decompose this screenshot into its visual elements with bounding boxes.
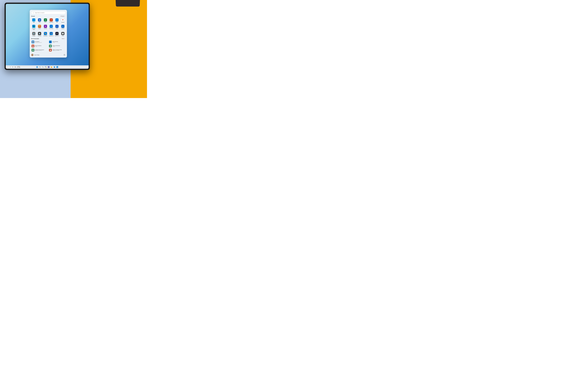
rec-get-started-subtitle: Welcome to Windows (35, 42, 42, 43)
pinned-apps-row3: ⚙️ Settings 🔢 Calculator ✏️ Whiteboard ✂… (31, 32, 65, 37)
svg-rect-17 (37, 66, 38, 67)
rec-expense-time: 12h ago (52, 46, 60, 47)
app-photos[interactable]: 🌄 Photos (37, 24, 42, 31)
date-text: 10/05/21 (17, 66, 20, 67)
system-tray: 10/05/21 11:11 AM (7, 66, 20, 68)
app-todo[interactable]: To Do (54, 24, 60, 31)
store-label: Microsoft Store (31, 28, 36, 30)
all-apps-button[interactable]: All apps › (60, 16, 65, 17)
app-clock[interactable]: 🕐 Clock (60, 32, 65, 37)
phone-label: Your Phone (49, 28, 53, 29)
tablet-device: Pinned All apps › Edge W Word (4, 3, 90, 70)
taskbar-edge-button[interactable] (53, 66, 55, 68)
rec-travel[interactable]: ✈ Travel Itinerary 17h ago (48, 40, 65, 44)
app-settings[interactable]: ⚙️ Settings (31, 32, 36, 37)
app-edge[interactable]: Edge (31, 18, 36, 23)
settings-icon: ⚙️ (32, 32, 35, 35)
rec-brand-time: 2h ago (35, 46, 41, 47)
phone-icon (49, 25, 53, 28)
taskbar-search-button[interactable] (39, 66, 41, 68)
clock-label: Clock (62, 36, 64, 36)
rec-adatum-title: Adatum Company Profile (52, 50, 62, 50)
user-avatar (31, 54, 33, 56)
app-movies[interactable]: 🎬 Movies & TV (54, 32, 60, 37)
rec-payroll-time: Yesterday at 4:24 PM (35, 50, 44, 51)
keyboard (116, 0, 140, 6)
wifi-icon[interactable] (9, 66, 11, 68)
rec-adatum-time: Yesterday at 1:15 PM (52, 50, 62, 51)
tray-arrow[interactable] (7, 66, 9, 68)
start-button[interactable] (36, 66, 38, 68)
svg-rect-26 (46, 67, 46, 67)
rec-travel-time: 17h ago (52, 42, 58, 43)
expense-icon: 📊 (49, 45, 52, 47)
svg-rect-19 (37, 67, 38, 68)
svg-point-12 (32, 54, 33, 55)
rec-payroll-title: Quarterly Payroll Report (35, 50, 44, 50)
more-button[interactable]: More › (61, 38, 65, 40)
snipping-icon: ✂️ (49, 32, 53, 35)
ppt-icon: P (49, 18, 53, 22)
rec-payroll[interactable]: 📊 Quarterly Payroll Report Yesterday at … (31, 48, 48, 52)
pinned-apps-row1: Edge W Word X Excel P PowerPoint (31, 18, 65, 23)
app-whiteboard[interactable]: ✏️ Whiteboard (43, 32, 48, 37)
search-input[interactable] (35, 12, 64, 13)
app-linkedin[interactable]: in LinkedIn (60, 24, 65, 31)
app-snipping[interactable]: ✂️ Snipping Tool (48, 32, 54, 37)
svg-line-21 (40, 67, 40, 68)
app-calculator[interactable]: 🔢 Calculator (37, 32, 42, 37)
power-button[interactable] (63, 54, 65, 56)
search-icon (33, 12, 34, 14)
taskbar-widgets-button[interactable] (45, 66, 47, 68)
rec-travel-title: Travel Itinerary (52, 41, 58, 42)
mail-icon (55, 18, 59, 22)
movies-label: Movies & TV (55, 36, 59, 36)
svg-rect-22 (42, 67, 43, 67)
svg-rect-23 (43, 67, 43, 68)
app-powerpoint[interactable]: P PowerPoint (48, 18, 54, 23)
svg-rect-18 (36, 67, 37, 68)
user-bar: Sara Philips (31, 53, 65, 56)
app-phone[interactable]: Your Phone (48, 24, 54, 31)
onenote-icon: N (44, 25, 47, 28)
app-calendar[interactable]: 📅 Calendar (60, 18, 65, 23)
app-excel[interactable]: X Excel (43, 18, 48, 23)
rec-get-started[interactable]: 🪟 Get Started Welcome to Windows (31, 40, 48, 44)
search-bar[interactable] (31, 11, 65, 14)
app-word[interactable]: W Word (37, 18, 42, 23)
speaker-icon[interactable] (12, 66, 14, 68)
svg-rect-24 (45, 66, 46, 67)
rec-brand[interactable]: 📄 Brand Guidelines 2h ago (31, 44, 48, 48)
taskbar-taskview-button[interactable] (42, 66, 44, 68)
todo-label: To Do (56, 28, 58, 29)
taskbar-center: T 🛍 (36, 66, 58, 68)
user-info[interactable]: Sara Philips (31, 54, 39, 56)
rec-adatum[interactable]: 📄 Adatum Company Profile Yesterday at 1:… (48, 48, 65, 52)
calc-label: Calculator (38, 36, 41, 36)
adatum-icon: 📄 (49, 49, 52, 52)
rec-brand-title: Brand Guidelines (35, 45, 41, 46)
svg-point-31 (54, 66, 55, 68)
pinned-apps-row2: 🛍 Microsoft Store 🌄 Photos N OneNote (31, 24, 65, 31)
app-store[interactable]: 🛍 Microsoft Store (31, 24, 36, 31)
app-onenote[interactable]: N OneNote (43, 24, 48, 31)
edge-icon (32, 18, 35, 22)
rec-expense[interactable]: 📊 Expense Worksheet 12h ago (48, 44, 65, 48)
start-menu: Pinned All apps › Edge W Word (30, 10, 67, 58)
time-display[interactable]: 10/05/21 11:11 AM (17, 66, 20, 68)
taskbar-explorer-button[interactable] (50, 66, 53, 68)
username: Sara Philips (34, 54, 39, 56)
calendar-label: Calendar (61, 22, 64, 23)
store-icon: 🛍 (32, 25, 35, 28)
taskbar: T 🛍 (6, 65, 89, 69)
app-mail[interactable]: Mail (54, 18, 60, 23)
taskbar-teams-button[interactable]: T (47, 66, 50, 68)
photos-label: Photos (38, 28, 41, 29)
battery-icon[interactable] (14, 66, 16, 68)
excel-icon: X (44, 18, 47, 22)
svg-rect-36 (16, 67, 16, 67)
calendar-icon: 📅 (61, 18, 64, 22)
get-started-icon: 🪟 (31, 40, 34, 43)
brand-icon: 📄 (31, 45, 34, 47)
taskbar-store-button[interactable]: 🛍 (56, 66, 58, 68)
